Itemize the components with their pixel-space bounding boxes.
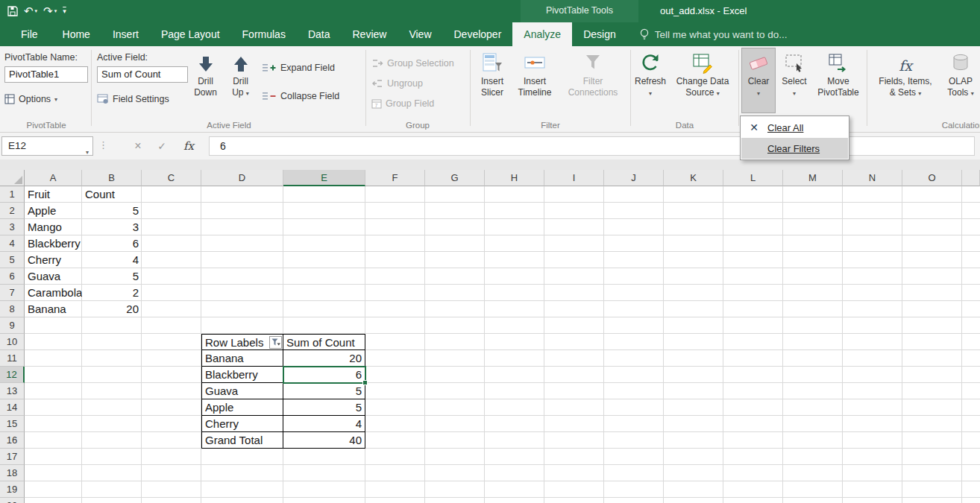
redo-button[interactable]: ↷▾ [43, 6, 57, 17]
menu-item-clear-filters[interactable]: Clear Filters [741, 138, 848, 159]
column-header-O[interactable]: O [902, 170, 962, 186]
tab-insert[interactable]: Insert [101, 22, 150, 46]
cell-A1[interactable]: Fruit [25, 186, 82, 203]
undo-button[interactable]: ↶▾ [24, 6, 37, 17]
cell-A6[interactable]: Guava [25, 268, 82, 285]
row-header-17[interactable]: 17 [0, 449, 25, 465]
row-header-16[interactable]: 16 [0, 432, 25, 449]
row-header-13[interactable]: 13 [0, 383, 25, 399]
tab-view[interactable]: View [398, 22, 442, 46]
tab-data[interactable]: Data [297, 22, 342, 46]
name-box[interactable]: E12 ▾ [1, 136, 93, 156]
cell-E16[interactable]: 40 [283, 432, 365, 449]
tab-home[interactable]: Home [51, 22, 101, 46]
column-header-C[interactable]: C [142, 170, 201, 186]
column-header-J[interactable]: J [604, 170, 664, 186]
row-header-14[interactable]: 14 [0, 399, 25, 416]
cell-D16[interactable]: Grand Total [201, 432, 283, 449]
row-header-5[interactable]: 5 [0, 252, 25, 268]
cell-B8[interactable]: 20 [82, 301, 142, 317]
drill-down-button[interactable]: Drill Down [189, 48, 222, 113]
row-labels-filter-button[interactable] [269, 336, 282, 349]
cell-B4[interactable]: 6 [82, 235, 142, 252]
filter-connections-button[interactable]: Filter Connections [558, 48, 628, 113]
tab-developer[interactable]: Developer [443, 22, 513, 46]
column-header-I[interactable]: I [544, 170, 604, 186]
column-header-M[interactable]: M [783, 170, 843, 186]
cell-E10[interactable]: Sum of Count [283, 334, 365, 350]
customize-qat-button[interactable]: ▾ [63, 7, 66, 15]
tell-me-box[interactable]: Tell me what you want to do... [639, 22, 788, 46]
collapse-field-button[interactable]: Collapse Field [263, 88, 339, 104]
ungroup-button[interactable]: Ungroup [371, 75, 423, 92]
tab-file[interactable]: File [7, 22, 51, 46]
group-selection-button[interactable]: Group Selection [371, 55, 454, 72]
cell-E11[interactable]: 20 [283, 350, 365, 367]
cell-E14[interactable]: 5 [283, 399, 365, 416]
cell-D13[interactable]: Guava [201, 383, 283, 399]
cell-A2[interactable]: Apple [25, 203, 82, 219]
row-header-12[interactable]: 12 [0, 367, 25, 383]
row-header-15[interactable]: 15 [0, 416, 25, 432]
column-header-G[interactable]: G [425, 170, 485, 186]
select-all-corner[interactable] [0, 170, 25, 186]
expand-field-button[interactable]: Expand Field [263, 60, 335, 76]
refresh-button[interactable]: Refresh ▾ [633, 48, 668, 113]
cell-B2[interactable]: 5 [82, 203, 142, 219]
row-header-9[interactable]: 9 [0, 317, 25, 334]
pivottable-name-input[interactable]: PivotTable1 [4, 66, 88, 83]
column-header-L[interactable]: L [723, 170, 783, 186]
row-header-19[interactable]: 19 [0, 481, 25, 498]
cell-D12[interactable]: Blackberry [201, 367, 283, 383]
column-header-H[interactable]: H [485, 170, 544, 186]
tab-formulas[interactable]: Formulas [231, 22, 297, 46]
cell-B3[interactable]: 3 [82, 219, 142, 235]
column-header-A[interactable]: A [25, 170, 82, 186]
row-header-7[interactable]: 7 [0, 285, 25, 301]
tab-review[interactable]: Review [342, 22, 398, 46]
cell-A4[interactable]: Blackberry [25, 235, 82, 252]
clear-button[interactable]: Clear ▾ [741, 48, 776, 113]
tab-analyze[interactable]: Analyze [512, 22, 572, 46]
row-header-4[interactable]: 4 [0, 235, 25, 252]
fields-items-sets-button[interactable]: fx Fields, Items, & Sets ▾ [870, 48, 941, 113]
cell-A5[interactable]: Cherry [25, 252, 82, 268]
cell-B7[interactable]: 2 [82, 285, 142, 301]
cell-B1[interactable]: Count [82, 186, 142, 203]
row-header-1[interactable]: 1 [0, 186, 25, 203]
olap-tools-button[interactable]: OLAP Tools ▾ [943, 48, 979, 113]
insert-slicer-button[interactable]: Insert Slicer [473, 48, 512, 113]
column-header-B[interactable]: B [82, 170, 142, 186]
drill-up-button[interactable]: Drill Up ▾ [224, 48, 257, 113]
cell-D15[interactable]: Cherry [201, 416, 283, 432]
column-header-D[interactable]: D [201, 170, 283, 186]
cell-E15[interactable]: 4 [283, 416, 365, 432]
cell-A8[interactable]: Banana [25, 301, 82, 317]
spreadsheet-grid[interactable]: ABCDEFGHIJKLMNO1234567891011121314151617… [0, 170, 980, 503]
tab-design[interactable]: Design [572, 22, 627, 46]
cancel-icon[interactable]: × [128, 136, 148, 156]
cell-D14[interactable]: Apple [201, 399, 283, 416]
cell-D11[interactable]: Banana [201, 350, 283, 367]
menu-item-clear-all[interactable]: ✕Clear All [741, 117, 848, 138]
cell-A7[interactable]: Carambola [25, 285, 82, 301]
insert-function-icon[interactable]: fx [179, 136, 198, 156]
row-header-2[interactable]: 2 [0, 203, 25, 219]
options-button[interactable]: Options ▾ [4, 91, 57, 107]
cell-B6[interactable]: 5 [82, 268, 142, 285]
row-header-20[interactable]: 20 [0, 498, 25, 503]
save-button[interactable] [7, 6, 18, 16]
field-settings-button[interactable]: Field Settings [97, 91, 169, 107]
tab-page-layout[interactable]: Page Layout [150, 22, 231, 46]
row-header-6[interactable]: 6 [0, 268, 25, 285]
cell-E13[interactable]: 5 [283, 383, 365, 399]
formula-input[interactable]: 6 [209, 136, 975, 156]
row-header-3[interactable]: 3 [0, 219, 25, 235]
group-field-button[interactable]: 7 Group Field [371, 95, 434, 112]
enter-icon[interactable]: ✓ [152, 136, 172, 156]
column-header-K[interactable]: K [664, 170, 723, 186]
column-header-N[interactable]: N [843, 170, 902, 186]
column-header-partial[interactable] [962, 170, 980, 186]
change-data-source-button[interactable]: Change Data Source ▾ [669, 48, 736, 113]
select-button[interactable]: Select ▾ [777, 48, 811, 113]
